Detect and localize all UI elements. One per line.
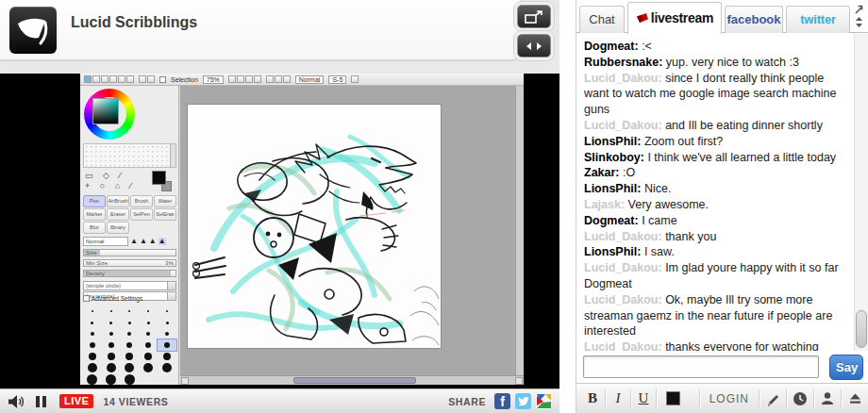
sai-tool-blur[interactable]: Blur xyxy=(83,222,106,234)
underline-button[interactable]: U xyxy=(631,390,656,406)
bold-button[interactable]: B xyxy=(580,390,605,406)
italic-button[interactable]: I xyxy=(606,390,630,406)
brush-size-cell[interactable] xyxy=(83,306,102,317)
brush-size-cell[interactable] xyxy=(83,362,102,373)
brush-size-cell[interactable] xyxy=(121,373,140,385)
share-more-button[interactable] xyxy=(536,393,552,409)
sai-toolbar-icons[interactable] xyxy=(84,75,134,83)
brush-size-cell[interactable] xyxy=(102,351,121,362)
sai-toolbar-buttons[interactable] xyxy=(139,75,155,83)
brush-size-cell[interactable] xyxy=(83,351,102,362)
brush-size-cell[interactable] xyxy=(158,328,176,339)
sai-mini-tools[interactable]: ▭ ◇ ∕+ ○ ⌂ ∕ xyxy=(85,171,145,191)
share-facebook-button[interactable]: f xyxy=(494,393,510,409)
min-size-slider[interactable]: Min Size 3% xyxy=(83,259,176,267)
brush-size-cell[interactable] xyxy=(139,317,158,328)
brush-size-cell[interactable] xyxy=(83,328,102,339)
brush-size-cell[interactable] xyxy=(158,317,176,328)
brush-size-cell[interactable] xyxy=(102,306,121,317)
brush-size-cell[interactable] xyxy=(121,317,140,328)
sai-tool-seleras[interactable]: SelEras xyxy=(154,208,176,221)
brush-size-cell[interactable] xyxy=(139,373,158,385)
brush-size-cell[interactable] xyxy=(83,317,102,328)
brush-size-cell[interactable] xyxy=(102,328,121,339)
zoom-level-select[interactable]: 75% xyxy=(203,75,224,84)
selection-checkbox[interactable] xyxy=(159,76,166,83)
brush-size-cell[interactable] xyxy=(83,373,102,385)
sai-rotate-buttons[interactable] xyxy=(266,75,291,83)
brush-size-cell[interactable] xyxy=(121,362,140,373)
channel-logo[interactable] xyxy=(9,7,57,54)
brush-blend-select[interactable]: Normal xyxy=(83,237,128,246)
tab-facebook[interactable]: facebook xyxy=(725,6,783,33)
chat-scroll-thumb[interactable] xyxy=(856,310,867,348)
brush-shape-dropdown[interactable]: (simple circle) xyxy=(83,281,176,290)
brush-size-cell[interactable] xyxy=(158,373,176,385)
sai-tool-airbrush[interactable]: AirBrush xyxy=(107,195,129,207)
advanced-settings-toggle[interactable]: Advanced Settings xyxy=(83,295,142,302)
sai-tool-selpen[interactable]: SelPen xyxy=(130,208,153,221)
brush-size-cell[interactable] xyxy=(158,351,176,362)
drawing-canvas[interactable] xyxy=(188,105,441,348)
history-button[interactable] xyxy=(790,391,810,406)
sai-tool-pen[interactable]: Pen xyxy=(83,195,106,207)
brush-size-cell[interactable] xyxy=(139,362,158,373)
tab-twitter[interactable]: twitter xyxy=(786,6,850,33)
brush-size-cell[interactable] xyxy=(139,339,158,351)
horizontal-scroll-thumb[interactable] xyxy=(293,377,416,384)
canvas-vertical-scrollbar[interactable] xyxy=(515,86,524,375)
sai-zoom-buttons[interactable] xyxy=(228,75,261,83)
edit-button[interactable] xyxy=(762,391,783,406)
dropdown-button-icon[interactable] xyxy=(167,292,175,300)
brush-size-cell[interactable] xyxy=(121,351,140,362)
share-twitter-button[interactable] xyxy=(515,393,531,409)
brush-edge-option[interactable]: ▲ xyxy=(140,238,147,245)
collapse-button[interactable] xyxy=(844,391,865,405)
popout-chat-button[interactable] xyxy=(853,2,866,15)
scroll-right-button[interactable] xyxy=(515,377,523,385)
video-area[interactable]: Selection 75% Normal S-5 ▭ ◇ ∕+ ○ ⌂ ∕ xyxy=(0,74,559,388)
tab-chat[interactable]: Chat xyxy=(579,6,625,33)
resize-button[interactable] xyxy=(517,34,551,58)
pause-button[interactable] xyxy=(36,396,46,407)
brush-size-cell[interactable] xyxy=(83,339,102,351)
login-button[interactable]: LOGIN xyxy=(709,392,749,405)
brush-size-cell[interactable] xyxy=(139,306,158,317)
brush-size-cell[interactable] xyxy=(102,362,121,373)
brush-size-cell[interactable] xyxy=(121,328,140,339)
scroll-left-button[interactable] xyxy=(181,377,189,385)
size-slider[interactable]: Size xyxy=(83,249,176,256)
text-color-button[interactable] xyxy=(666,391,680,405)
popout-button[interactable] xyxy=(517,5,551,28)
foreground-color-swatch[interactable] xyxy=(152,171,166,185)
volume-button[interactable] xyxy=(8,394,25,409)
brush-edge-option[interactable]: ▲ xyxy=(149,238,157,245)
sai-tool-eraser[interactable]: Eraser xyxy=(107,208,129,221)
brush-size-cell[interactable] xyxy=(158,306,176,317)
brush-size-cell[interactable] xyxy=(102,373,121,385)
say-button[interactable]: Say xyxy=(829,355,863,380)
brush-size-cell[interactable] xyxy=(158,362,176,373)
dropdown-button-icon[interactable] xyxy=(167,282,175,289)
brush-size-cell[interactable] xyxy=(139,328,158,339)
saturation-value-square[interactable] xyxy=(92,98,119,124)
brush-size-cell[interactable] xyxy=(139,351,158,362)
chat-message-list[interactable]: Dogmeat: :<Rubbersnake: yup. very nice t… xyxy=(576,34,855,351)
density-slider[interactable]: Density xyxy=(83,270,176,277)
sai-tool-water[interactable]: Water xyxy=(154,195,176,207)
blend-mode-select[interactable]: Normal xyxy=(295,75,325,84)
users-button[interactable] xyxy=(817,391,838,406)
sai-misc-button[interactable] xyxy=(351,75,359,83)
tab-livestream[interactable]: livestream xyxy=(627,2,722,34)
resize-chat-button[interactable] xyxy=(853,15,866,28)
sai-tool-brush[interactable]: Brush xyxy=(130,195,153,207)
sai-tool-marker[interactable]: Marker xyxy=(83,208,106,221)
canvas-horizontal-scrollbar[interactable] xyxy=(180,375,524,385)
chat-scrollbar[interactable] xyxy=(854,34,868,351)
brush-size-cell[interactable] xyxy=(102,317,121,328)
scratchpad-scrollbar[interactable] xyxy=(170,144,175,167)
chat-input[interactable] xyxy=(583,355,819,378)
sai-canvas-area[interactable] xyxy=(180,86,524,385)
scratchpad[interactable] xyxy=(83,143,176,168)
brush-edge-option-selected[interactable]: ▲ xyxy=(159,238,166,245)
